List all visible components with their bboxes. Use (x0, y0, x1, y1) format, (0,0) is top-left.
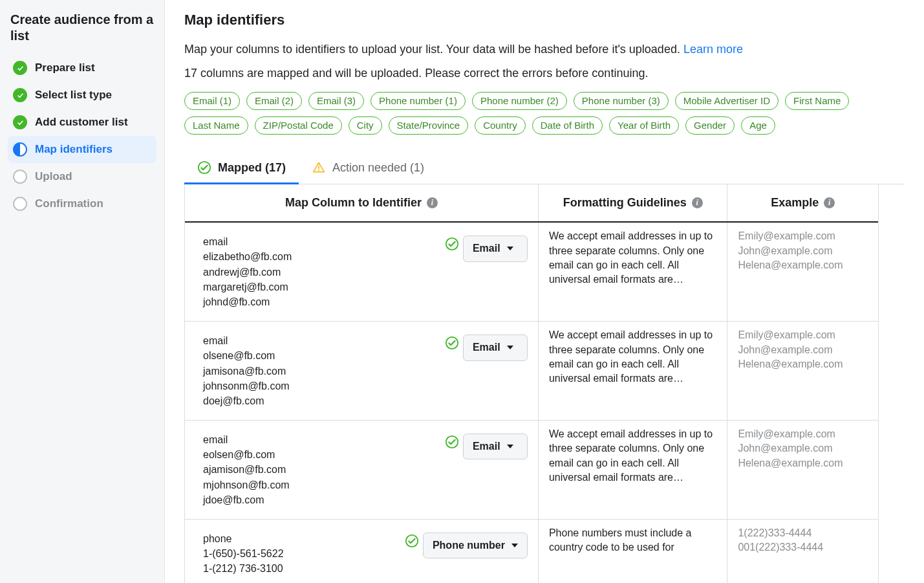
identifier-selector[interactable]: Phone number (423, 533, 528, 558)
checkmark-circle-icon (13, 61, 27, 75)
column-sample-values: emaileolsen@fb.comajamison@fb.commjohnso… (195, 432, 441, 507)
info-icon[interactable]: i (692, 197, 703, 208)
checkmark-circle-icon (441, 234, 463, 251)
step-label: Map identifiers (35, 143, 113, 156)
column-header-guidelines: Formatting Guidelines i (539, 184, 727, 221)
cell-example: Emily@example.comJohn@example.comHelena@… (727, 322, 878, 420)
learn-more-link[interactable]: Learn more (683, 43, 743, 56)
identifier-pill[interactable]: Email (3) (308, 92, 364, 110)
step-label: Confirmation (35, 197, 103, 210)
identifier-selector-wrap: Phone number (423, 531, 528, 558)
tab-action-needed[interactable]: Action needed (1) (299, 153, 437, 184)
identifier-pill[interactable]: Date of Birth (532, 116, 603, 135)
chevron-down-icon (511, 544, 518, 547)
identifier-pill[interactable]: Phone number (1) (371, 92, 466, 110)
example-value: Emily@example.com (738, 328, 868, 342)
sample-value: johnd@fb.com (203, 294, 441, 309)
step-select-list-type[interactable]: Select list type (8, 82, 156, 109)
identifier-pills: Email (1)Email (2)Email (3)Phone number … (184, 92, 905, 135)
example-value: 001(222)333-4444 (738, 540, 868, 555)
page-description: Map your columns to identifiers to uploa… (184, 41, 905, 58)
empty-circle-icon (13, 197, 27, 211)
step-map-identifiers[interactable]: Map identifiers (8, 136, 156, 163)
identifier-pill[interactable]: Gender (685, 116, 735, 135)
identifier-selector-wrap: Email (463, 432, 528, 459)
table-header-row: Map Column to Identifier i Formatting Gu… (185, 184, 878, 223)
step-label: Select list type (35, 89, 112, 102)
identifier-selector[interactable]: Email (463, 335, 528, 360)
identifier-pill[interactable]: State/Province (389, 116, 469, 135)
sample-value: andrewj@fb.com (203, 265, 441, 280)
identifier-selector-label: Email (473, 439, 500, 454)
identifier-selector-label: Phone number (433, 538, 505, 553)
tab-action-needed-label: Action needed (1) (332, 161, 424, 175)
description-text: Map your columns to identifiers to uploa… (184, 43, 683, 56)
cell-example: 1(222)333-4444001(222)333-4444 (727, 520, 878, 583)
identifier-pill[interactable]: Age (741, 116, 775, 135)
example-value: Helena@example.com (738, 258, 868, 272)
identifier-pill[interactable]: Email (1) (184, 92, 240, 110)
tabs: Mapped (17) Action needed (1) (184, 153, 905, 184)
example-value: John@example.com (738, 244, 868, 258)
checkmark-circle-icon (13, 88, 27, 102)
sample-value: mjohnson@fb.com (203, 478, 441, 492)
identifier-pill[interactable]: First Name (785, 92, 849, 110)
identifier-pill[interactable]: Last Name (184, 116, 248, 135)
example-value: Emily@example.com (738, 229, 868, 243)
empty-circle-icon (13, 170, 27, 184)
example-value: Helena@example.com (738, 357, 868, 371)
identifier-selector-label: Email (473, 241, 500, 256)
identifier-pill[interactable]: ZIP/Postal Code (255, 116, 342, 135)
mapping-table: Map Column to Identifier i Formatting Gu… (184, 184, 879, 583)
identifier-selector-label: Email (473, 340, 500, 355)
chevron-down-icon (507, 445, 513, 448)
column-header-map-label: Map Column to Identifier (285, 196, 422, 210)
identifier-pill[interactable]: City (349, 116, 382, 135)
column-header-guidelines-label: Formatting Guidelines (563, 196, 687, 210)
example-value: Emily@example.com (738, 427, 868, 441)
example-value: John@example.com (738, 343, 868, 357)
sample-value: doej@fb.com (203, 393, 441, 408)
checkmark-circle-icon (441, 333, 463, 350)
info-icon[interactable]: i (427, 197, 438, 208)
source-column-name: email (203, 432, 441, 447)
chevron-down-icon (507, 346, 513, 349)
chevron-down-icon (507, 247, 513, 250)
step-upload[interactable]: Upload (8, 163, 156, 190)
tab-mapped-label: Mapped (17) (218, 161, 286, 175)
step-label: Upload (35, 170, 72, 183)
table-row: emailolsene@fb.comjamisona@fb.comjohnson… (185, 322, 878, 421)
example-value: 1(222)333-4444 (738, 526, 868, 540)
identifier-pill[interactable]: Year of Birth (609, 116, 679, 135)
cell-formatting-guidelines: We accept email addresses in up to three… (539, 223, 727, 321)
mapping-status-text: 17 columns are mapped and will be upload… (184, 67, 905, 80)
progress-half-icon (13, 142, 27, 157)
cell-example: Emily@example.comJohn@example.comHelena@… (727, 421, 878, 519)
identifier-pill[interactable]: Mobile Advertiser ID (675, 92, 779, 110)
identifier-pill[interactable]: Email (2) (246, 92, 302, 110)
source-column-name: email (203, 234, 441, 249)
main-content: Map identifiers Map your columns to iden… (165, 0, 924, 583)
identifier-pill[interactable]: Phone number (2) (472, 92, 567, 110)
info-icon[interactable]: i (824, 197, 835, 208)
step-add-customer-list[interactable]: Add customer list (8, 109, 156, 136)
sample-value: margaretj@fb.com (203, 280, 441, 294)
page-title: Map identifiers (184, 12, 905, 28)
cell-map-column: emailolsene@fb.comjamisona@fb.comjohnson… (185, 322, 539, 420)
warning-triangle-icon (312, 160, 326, 175)
identifier-pill[interactable]: Phone number (3) (574, 92, 669, 110)
sidebar-title: Create audience from a list (8, 12, 156, 54)
sample-value: jamisona@fb.com (203, 364, 441, 379)
example-value: John@example.com (738, 441, 868, 456)
step-confirmation[interactable]: Confirmation (8, 190, 156, 217)
checkmark-circle-icon (13, 115, 27, 129)
column-header-example: Example i (727, 184, 878, 221)
sample-value: elizabetho@fb.com (203, 249, 441, 264)
identifier-selector-wrap: Email (463, 234, 528, 261)
identifier-selector-wrap: Email (463, 333, 528, 360)
identifier-selector[interactable]: Email (463, 434, 528, 459)
step-prepare-list[interactable]: Prepare list (8, 54, 156, 82)
identifier-pill[interactable]: Country (475, 116, 526, 135)
identifier-selector[interactable]: Email (463, 236, 528, 261)
tab-mapped[interactable]: Mapped (17) (184, 153, 299, 184)
